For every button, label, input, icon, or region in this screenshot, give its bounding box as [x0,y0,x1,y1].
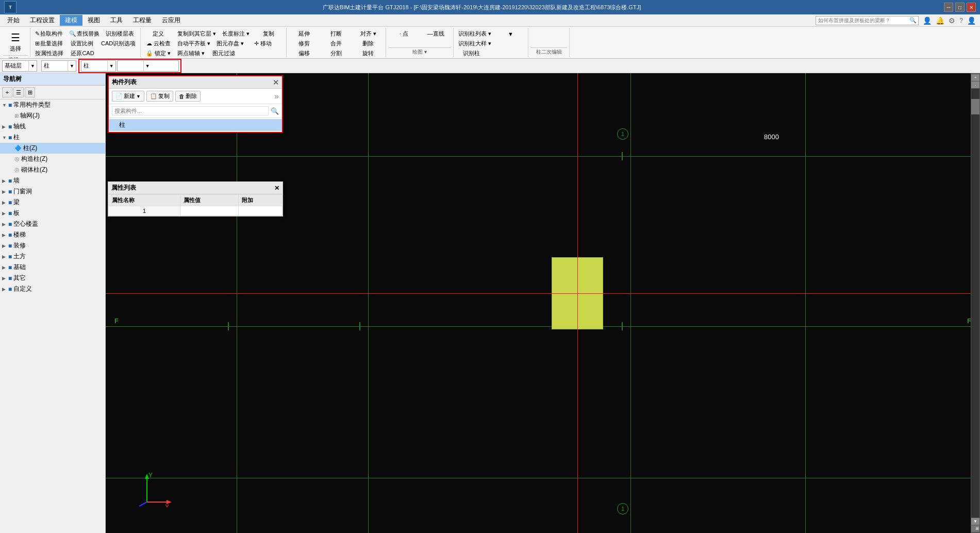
zoom-out-btn[interactable]: - [971,81,979,88]
copy-button[interactable]: 复制 [253,29,284,39]
bell-icon[interactable]: 🔔 [936,16,944,25]
identify-col-button[interactable]: 识别柱 [456,48,487,58]
scroll-thumb[interactable] [971,99,979,114]
copy-layer-button[interactable]: 复制到其它层 ▾ [175,29,219,39]
restore-cad-button[interactable]: 还原CAD [67,48,98,58]
menu-project-settings[interactable]: 工程设置 [25,15,60,26]
tree-item-door-window[interactable]: ▶ ■ 门窗洞 [0,186,105,197]
component-name-selector[interactable]: ▼ [117,60,179,72]
dimension-label-8000: 8000 [764,133,779,141]
tree-item-custom[interactable]: ▶ ■ 自定义 [0,284,105,294]
rotate-view-btn[interactable]: ⊞ [971,525,979,532]
tree-item-wall[interactable]: ▶ ■ 墙 [0,175,105,186]
tree-item-column-group[interactable]: ▼ ■ 柱 [0,132,105,143]
extend-button[interactable]: 延伸 [289,29,320,39]
align-button[interactable]: 对齐 ▾ [353,29,384,39]
tree-item-decoration[interactable]: ▶ ■ 装修 [0,240,105,251]
component-name-arrow[interactable]: ▼ [143,61,152,71]
tree-item-earthwork[interactable]: ▶ ■ 土方 [0,251,105,262]
user-icon[interactable]: 👤 [923,16,932,25]
close-button[interactable]: ✕ [967,3,976,12]
scroll-down-btn[interactable]: ▼ [971,518,979,525]
settings-icon[interactable]: ⚙ [949,16,955,25]
maximize-button[interactable]: □ [955,3,965,12]
line-draw-button[interactable]: —直线 [420,29,451,39]
toolbar-group-modify: 延伸 打断 对齐 ▾ 修剪 合并 删除 偏移 分割 旋转 修改 ▾ [287,28,386,57]
identify-col-list-button[interactable]: 识别柱列表 ▾ [456,29,494,39]
component-search-input[interactable] [112,106,269,115]
menu-start[interactable]: 开始 [2,15,25,26]
identify-floor-button[interactable]: 识别楼层表 [103,29,137,39]
save-element-button[interactable]: 图元存盘 ▾ [214,39,246,48]
find-replace-button[interactable]: 🔍查找替换 [67,29,102,39]
offset-button[interactable]: 偏移 [289,48,320,58]
tree-item-grid[interactable]: ⊞ 轴网(J) [0,110,105,121]
attr-value-cell[interactable] [238,206,282,216]
tree-item-stairs[interactable]: ▶ ■ 楼梯 [0,229,105,240]
help-icon[interactable]: ? [959,17,963,24]
floor-selector[interactable]: 基础层 ▼ [2,60,37,72]
tree-item-axis[interactable]: ▶ ■ 轴线 [0,121,105,132]
cloud-check-button[interactable]: ☁ 云检查 [143,39,174,48]
lock-button[interactable]: 🔒 锁定 ▾ [143,48,174,58]
trim-button[interactable]: 修剪 [289,39,320,48]
tree-label: 构造柱(Z) [21,155,47,163]
set-scale-button[interactable]: 设置比例 [67,39,97,48]
move-button[interactable]: ✛ 移动 [247,39,278,48]
menu-cloud[interactable]: 云应用 [157,15,186,26]
attributes-popup-close[interactable]: ✕ [274,185,279,192]
filter-button[interactable]: 图元过滤 [208,48,239,58]
tree-item-struct-col[interactable]: ◎ 构造柱(Z) [0,154,105,164]
zoom-in-btn[interactable]: + [971,74,979,81]
define-button[interactable]: 定义 [143,29,174,39]
component-type1-arrow[interactable]: ▼ [68,61,76,71]
tree-item-foundation[interactable]: ▶ ■ 基础 [0,262,105,273]
component-popup-close[interactable]: ✕ [273,78,279,87]
break-button[interactable]: 打断 [321,29,352,39]
menu-build[interactable]: 建模 [60,15,82,26]
add-nav-item-button[interactable]: + [2,87,12,97]
tree-item-masonry-col[interactable]: ◎ 砌体柱(Z) [0,164,105,175]
search-input[interactable] [816,16,919,25]
aux-axis-button[interactable]: 两点辅轴 ▾ [175,48,207,58]
tree-item-slab[interactable]: ▶ ■ 板 [0,208,105,219]
component-type1-selector[interactable]: 柱 ▼ [41,60,76,72]
identify-col-detail-button[interactable]: 识别柱大样 ▾ [456,39,494,48]
filter2-button[interactable]: ▼ [495,30,526,38]
cad-options-button[interactable]: CAD识别选项 [98,39,138,48]
auto-align-button[interactable]: 自动平齐板 ▾ [175,39,213,48]
new-component-button[interactable]: 📄 新建 ▼ [112,91,144,102]
delete-component-button[interactable]: 🗑 删除 [175,91,201,102]
more-options-button[interactable]: » [274,92,279,101]
attr-name-cell[interactable] [180,206,238,216]
menu-view[interactable]: 视图 [82,15,105,26]
delete-button[interactable]: 删除 [353,39,384,48]
split-button[interactable]: 分割 [321,48,352,58]
tree-item-hollow-floor[interactable]: ▶ ■ 空心楼盖 [0,219,105,229]
component-list: 柱 [109,118,282,132]
tree-item-column-z[interactable]: 🔷 柱(Z) [0,143,105,154]
rotate-button[interactable]: 旋转 [353,48,384,58]
canvas-area[interactable]: 1 1 F F 8000 [106,73,980,533]
tree-item-beam[interactable]: ▶ ■ 梁 [0,197,105,208]
length-mark-button[interactable]: 长度标注 ▾ [220,29,252,39]
pick-component-button[interactable]: ✎拾取构件 [32,29,65,39]
batch-select-button[interactable]: ⊞批量选择 [32,39,65,48]
nav-grid-view-button[interactable]: ⊞ [25,87,35,97]
component-list-item[interactable]: 柱 [109,119,282,131]
tree-item-other[interactable]: ▶ ■ 其它 [0,273,105,284]
prop-select-button[interactable]: 按属性选择 [32,48,66,58]
merge-button[interactable]: 合并 [321,39,352,48]
tree-item-common-types[interactable]: ▼ ■ 常用构件类型 [0,99,105,110]
component-type2-arrow[interactable]: ▼ [107,61,115,71]
component-type2-selector[interactable]: 柱 ▼ [81,60,116,72]
nav-list-view-button[interactable]: ☰ [13,87,24,97]
floor-selector-arrow[interactable]: ▼ [28,61,37,71]
account-icon[interactable]: 👤 [967,16,976,25]
menu-quantity[interactable]: 工程量 [128,15,157,26]
point-draw-button[interactable]: · 点 [388,29,419,39]
copy-component-button[interactable]: 📋 复制 [146,91,173,102]
menu-tools[interactable]: 工具 [105,15,128,26]
select-button[interactable]: ☰ 选择 [3,29,28,55]
minimize-button[interactable]: ─ [944,3,953,12]
